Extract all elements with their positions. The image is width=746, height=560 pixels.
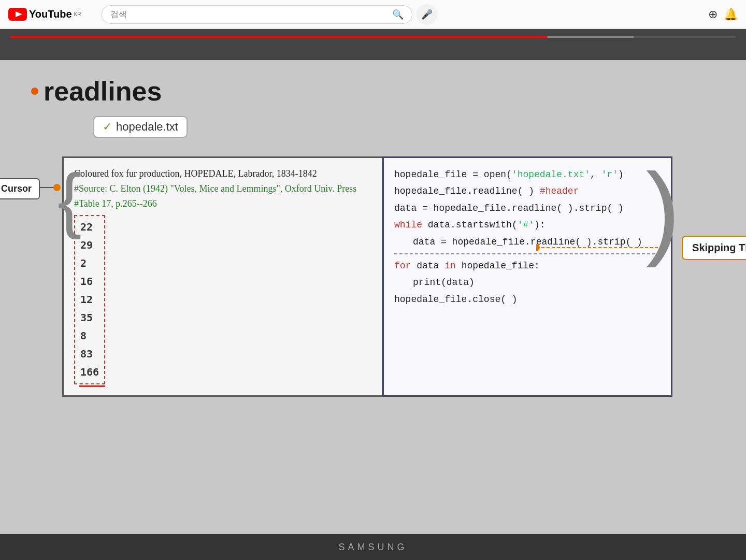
youtube-header: YouTubeKR 🔍 🎤 ⊕ 🔔 (0, 0, 746, 29)
file-tab-label: hopedale.txt (116, 120, 178, 134)
number-35: 35 (80, 309, 99, 327)
file-text-line2: #Source: C. Elton (1942) "Voles, Mice an… (74, 181, 371, 196)
samsung-footer: SAMSUNG (0, 534, 746, 560)
code-line-3: data = hopedale_file.readline( ).strip( … (394, 200, 661, 217)
number-83: 83 (80, 345, 99, 363)
file-tab[interactable]: ✓ hopedale.txt (93, 116, 188, 138)
skip-label: Skipping The Header (682, 236, 746, 260)
code-line-2: hopedale_file.readline( ) #header (394, 183, 661, 199)
progress-bar[interactable] (10, 36, 736, 38)
number-12: 12 (80, 291, 99, 309)
svg-point-5 (536, 244, 540, 251)
code-box: ) hopedale_file = open('hopedale.txt', '… (382, 156, 672, 397)
code-line-4: while data.startswith('#'): (394, 217, 661, 233)
camera-strip (0, 29, 746, 60)
comment-header: #header (540, 186, 579, 196)
file-text-line1: Coloured fox fur production, HOPEDALE, L… (74, 166, 371, 181)
code-line-7: print(data) (394, 274, 661, 291)
main-content-area: File Cursor { Coloured fox fur productio… (62, 156, 715, 397)
bullet-icon (31, 88, 38, 95)
notification-button[interactable]: 🔔 (724, 8, 738, 21)
comment-line3: #Table 17, p.265--266 (74, 198, 157, 209)
number-16: 16 (80, 272, 99, 291)
number-166: 166 (80, 363, 99, 381)
bracket-left-icon: { (58, 163, 82, 236)
slide-title-row: readlines (31, 76, 715, 107)
for-keyword: for (394, 261, 411, 271)
create-button[interactable]: ⊕ (708, 8, 718, 21)
number-29: 29 (80, 236, 99, 254)
logo-kr: KR (74, 11, 81, 17)
slide-title: readlines (44, 76, 162, 107)
file-data-box: { Coloured fox fur production, HOPEDALE,… (62, 156, 383, 397)
dashed-separator (394, 253, 661, 254)
str-hash: '#' (518, 220, 534, 230)
comment-line2: #Source: C. Elton (1942) "Voles, Mice an… (74, 183, 356, 194)
progress-played (10, 36, 547, 38)
number-8: 8 (80, 327, 99, 345)
checkmark-icon: ✓ (103, 120, 112, 134)
code-line-1: hopedale_file = open('hopedale.txt', 'r'… (394, 166, 661, 183)
search-button[interactable]: 🔍 (392, 9, 404, 20)
file-tab-area: ✓ hopedale.txt (62, 116, 715, 148)
progress-buffered (547, 36, 634, 38)
search-bar: 🔍 (102, 5, 412, 24)
svg-point-3 (53, 184, 61, 191)
search-input[interactable] (110, 10, 388, 19)
str-r: 'r' (601, 169, 618, 180)
file-cursor-label: File Cursor (0, 178, 40, 199)
file-text-line3: #Table 17, p.265--266 (74, 196, 371, 211)
underline-166 (79, 385, 105, 387)
mic-button[interactable]: 🎤 (417, 4, 437, 25)
code-line-8: hopedale_file.close( ) (394, 291, 661, 308)
samsung-brand: SAMSUNG (338, 542, 407, 553)
str-hopedale: 'hopedale.txt' (512, 169, 590, 180)
number-22: 22 (80, 218, 99, 236)
number-2: 2 (80, 254, 99, 272)
logo-text: YouTube (29, 8, 72, 20)
in-keyword: in (444, 261, 456, 271)
while-keyword: while (394, 220, 422, 230)
header-right-controls: ⊕ 🔔 (708, 8, 738, 21)
skip-connector (536, 243, 671, 252)
video-area: readlines ✓ hopedale.txt File Cursor (0, 29, 746, 560)
slide-container: readlines ✓ hopedale.txt File Cursor (0, 60, 746, 560)
youtube-logo[interactable]: YouTubeKR (8, 8, 81, 21)
numbers-column: 22 29 2 16 12 35 8 83 166 (74, 215, 105, 384)
code-line-6: for data in hopedale_file: (394, 257, 661, 274)
